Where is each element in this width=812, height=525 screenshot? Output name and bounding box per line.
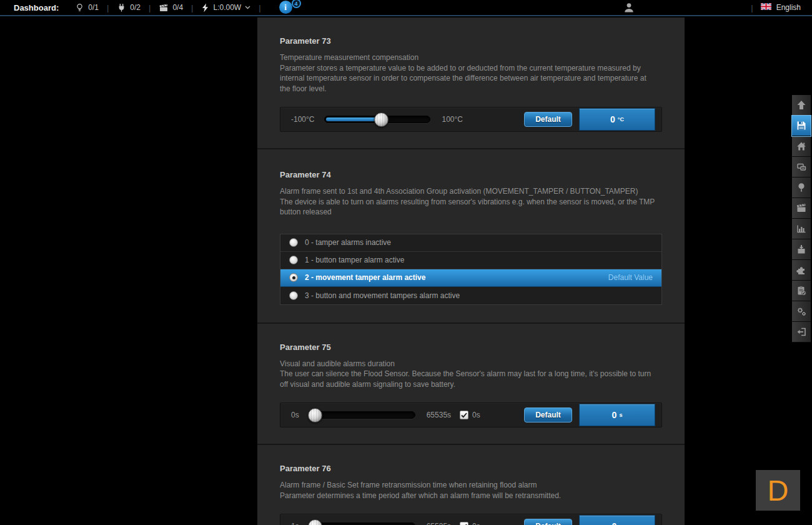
parameter-subtitle: Visual and audible alarms duration <box>280 359 658 369</box>
radio-option-label: 2 - movement tamper alarm active <box>305 273 425 282</box>
info-icon[interactable] <box>279 1 292 14</box>
parameter-unit: °C <box>618 116 624 122</box>
slider-handle[interactable] <box>308 408 322 422</box>
puzzle-icon <box>796 264 807 276</box>
slider-handle[interactable] <box>374 112 389 127</box>
radio-option-list: 0 - tamper alarms inactive 1 - button ta… <box>280 234 662 305</box>
radio-icon[interactable] <box>289 291 298 300</box>
bulb-icon <box>75 3 84 12</box>
uk-flag-icon <box>761 3 771 12</box>
logo-letter: D <box>768 476 789 505</box>
parameter-subtitle: Alarm frame sent to 1st and 4th Associat… <box>280 186 658 197</box>
user-icon[interactable] <box>623 2 635 16</box>
lights-counter[interactable]: 0/1 <box>75 3 99 12</box>
notification-badge: 4 <box>292 0 301 8</box>
sidebar-settings-button[interactable] <box>792 301 811 322</box>
sidebar-backup-button[interactable] <box>792 239 811 260</box>
topbar-separator: | <box>107 3 109 12</box>
value-box: 0 s <box>579 404 655 426</box>
parameter-subtitle: Temperature measurement compensation <box>280 52 658 63</box>
topbar-separator: | <box>259 3 260 12</box>
lights-count: 0/1 <box>88 3 99 12</box>
default-button[interactable]: Default <box>524 519 572 525</box>
parameter-title: Parameter 75 <box>280 342 662 352</box>
default-button[interactable]: Default <box>524 112 572 127</box>
home-icon <box>796 141 807 152</box>
notifications[interactable]: 4 <box>279 1 303 14</box>
sidebar-save-button[interactable] <box>792 116 811 136</box>
radio-option-0[interactable]: 0 - tamper alarms inactive <box>280 234 661 252</box>
radio-option-label: 1 - button tamper alarm active <box>305 256 404 264</box>
zero-checkbox[interactable] <box>460 522 468 525</box>
slider-fill <box>326 118 379 121</box>
sidebar-logout-button[interactable] <box>792 322 811 342</box>
sidebar-panels-button[interactable] <box>792 281 811 301</box>
parameter-description: The device is able to turn on alarms res… <box>280 197 658 218</box>
radio-icon[interactable] <box>289 238 298 247</box>
slider-handle[interactable] <box>308 519 322 525</box>
value-box: 0 s <box>579 515 655 525</box>
dashboard-title[interactable]: Dashboard: <box>14 3 59 12</box>
sidebar-devices-button[interactable] <box>792 157 811 178</box>
parameter-value: 0 <box>612 410 617 420</box>
brand-logo: D <box>756 470 800 511</box>
plug-icon <box>117 3 126 12</box>
parameter-description: The user can silence the Flood Sensor. B… <box>280 369 658 389</box>
scenes-count: 0/4 <box>172 3 183 12</box>
topbar-separator: | <box>149 3 151 12</box>
parameter-value: 0 <box>610 114 615 124</box>
power-value: L:0.00W <box>213 3 241 12</box>
parameter-description: Parameter stores a temperature value to … <box>280 63 658 94</box>
sidebar-scroll-top-button[interactable] <box>792 95 811 116</box>
parameter-control-row: 1s 65535s 0s Default 0 s <box>280 514 662 525</box>
devices-counter[interactable]: 0/2 <box>117 3 141 12</box>
parameter-unit: s <box>619 412 622 418</box>
checkbox-label: 0s <box>472 411 480 419</box>
parameter-subtitle: Alarm frame / Basic Set frame retransmis… <box>280 480 658 491</box>
devices-icon <box>796 161 807 172</box>
parameter-title: Parameter 74 <box>280 170 662 179</box>
radio-option-1[interactable]: 1 - button tamper alarm active <box>280 252 661 269</box>
sidebar-plugins-button[interactable] <box>792 260 811 281</box>
gears-icon <box>796 306 807 317</box>
sidebar-home-button[interactable] <box>792 136 811 157</box>
save-icon <box>796 120 807 131</box>
checkbox-label: 0s <box>472 522 480 525</box>
sidebar-location-button[interactable] <box>792 178 811 198</box>
parameter-control-row: 0s 65535s 0s Default 0 s <box>280 402 662 428</box>
retransmission-slider[interactable] <box>309 522 415 525</box>
default-button[interactable]: Default <box>524 408 572 422</box>
radio-option-2-selected[interactable]: 2 - movement tamper alarm active Default… <box>280 269 661 287</box>
clipboard-check-icon <box>796 285 807 296</box>
duration-slider[interactable] <box>309 411 415 419</box>
arrow-up-icon <box>796 99 807 111</box>
language-selector[interactable]: | English <box>743 3 812 12</box>
scenes-counter[interactable]: 0/4 <box>159 3 183 12</box>
parameters-panel: Parameter 73 Temperature measurement com… <box>257 18 685 525</box>
radio-icon[interactable] <box>289 256 298 264</box>
value-box: 0 °C <box>579 108 655 131</box>
parameter-value: 0 <box>612 521 617 525</box>
exit-icon <box>796 326 807 338</box>
radio-option-3[interactable]: 3 - button and movement tampers alarm ac… <box>280 287 661 304</box>
devices-count: 0/2 <box>130 3 141 12</box>
radio-icon-selected[interactable] <box>289 273 298 282</box>
topbar: Dashboard: 0/1 | 0/2 | 0/4 | L:0.00W | 4 <box>0 0 812 16</box>
chevron-down-icon <box>245 6 250 9</box>
pin-icon <box>796 182 807 193</box>
sidebar-scenes-button[interactable] <box>792 198 811 219</box>
parameter-description: Parameter determines a time period after… <box>280 491 658 501</box>
topbar-separator: | <box>191 3 193 12</box>
box-download-icon <box>796 244 807 255</box>
power-consumption-dropdown[interactable]: L:0.00W <box>201 3 250 12</box>
slider-max-label: 100°C <box>442 115 463 124</box>
slider-max-label: 65535s <box>427 411 451 419</box>
default-value-badge: Default Value <box>608 273 653 282</box>
right-sidebar <box>792 95 811 342</box>
parameter-title: Parameter 73 <box>280 36 662 46</box>
zero-checkbox[interactable] <box>460 411 468 419</box>
topbar-separator: | <box>751 3 753 12</box>
temperature-slider[interactable] <box>324 116 430 123</box>
sidebar-statistics-button[interactable] <box>792 219 811 239</box>
parameter-75-section: Parameter 75 Visual and audible alarms d… <box>257 324 685 446</box>
